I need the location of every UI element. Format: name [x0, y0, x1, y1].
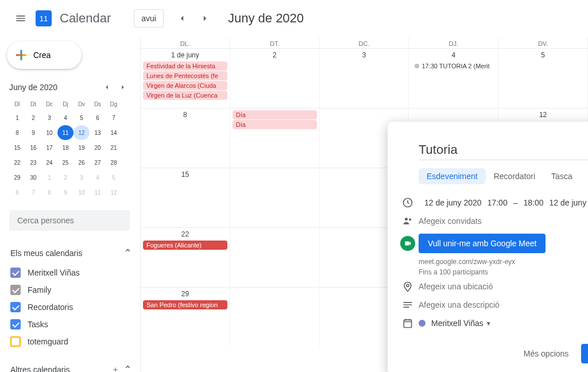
mini-day-cell[interactable]: 1 — [41, 170, 57, 185]
mini-day-cell[interactable]: 7 — [106, 110, 122, 125]
calendar-checkbox[interactable] — [10, 268, 21, 278]
mini-day-cell[interactable]: 10 — [41, 125, 57, 140]
day-cell[interactable]: 8 — [141, 108, 230, 168]
add-location-input[interactable]: Afegeix una ubicació — [388, 277, 588, 296]
event-chip[interactable]: San Pedro (festivo region — [143, 300, 227, 309]
event-title-input[interactable]: Tutoria — [419, 142, 588, 160]
day-cell[interactable] — [230, 228, 320, 287]
day-cell[interactable]: 29San Pedro (festivo region — [141, 288, 230, 347]
event-chip[interactable]: Virgen de Alarcos (Ciuda — [143, 81, 227, 90]
calendar-list-item[interactable]: totemguard — [10, 333, 140, 350]
dropdown-icon: ▼ — [486, 320, 492, 327]
mini-day-cell[interactable]: 3 — [74, 170, 90, 185]
mini-day-cell[interactable]: 9 — [25, 125, 41, 140]
mini-day-cell[interactable]: 1 — [9, 110, 25, 125]
mini-day-cell[interactable]: 20 — [90, 140, 106, 155]
event-type-tab[interactable]: Tasca — [543, 168, 581, 184]
event-chip[interactable]: Lunes de Pentecostés (fe — [143, 71, 227, 80]
event-chip[interactable]: 17:30 TUTORIA 2 (Merit — [411, 61, 496, 71]
event-chip[interactable]: Virgen de la Luz (Cuenca — [143, 91, 227, 100]
mini-next-button[interactable] — [115, 79, 131, 95]
prev-period-button[interactable] — [171, 7, 194, 30]
mini-day-cell[interactable]: 16 — [25, 140, 41, 155]
mini-day-cell[interactable]: 3 — [41, 110, 57, 125]
event-time-row[interactable]: 12 de juny 2020 17:00 – 18:00 12 de juny… — [388, 193, 588, 212]
day-cell[interactable]: 5 — [498, 49, 588, 108]
mini-day-cell[interactable]: 23 — [25, 155, 41, 170]
my-calendars-toggle[interactable]: Els meus calendaris ⌃ — [7, 245, 140, 262]
calendar-selector[interactable]: Meritxell Viñas ▼ — [388, 314, 588, 332]
mini-day-cell[interactable]: 2 — [25, 110, 41, 125]
mini-day-cell[interactable]: 6 — [90, 110, 106, 125]
mini-day-cell[interactable]: 10 — [74, 185, 90, 200]
mini-day-cell[interactable]: 19 — [74, 140, 90, 155]
calendar-list-item[interactable]: Family — [10, 281, 140, 299]
mini-day-cell[interactable]: 30 — [25, 170, 41, 185]
day-number: 12 — [500, 111, 586, 119]
main-menu-icon[interactable] — [9, 7, 32, 30]
event-type-tab[interactable]: Esdeveniment — [419, 168, 486, 184]
day-cell[interactable]: 2 — [230, 49, 320, 108]
join-meet-button[interactable]: Vull unir-me amb Google Meet — [419, 234, 546, 253]
event-chip[interactable]: Fogueres (Alicante) — [143, 241, 227, 250]
search-people-input[interactable] — [9, 210, 130, 231]
day-cell[interactable]: DíaDía — [230, 108, 320, 168]
event-type-tab[interactable]: Recordatori — [486, 168, 543, 184]
mini-day-cell[interactable]: 29 — [9, 170, 25, 185]
calendar-list-item[interactable]: Recordatoris — [10, 299, 140, 316]
mini-prev-button[interactable] — [99, 79, 115, 95]
add-calendar-button[interactable]: ＋ — [107, 362, 123, 372]
mini-day-cell[interactable]: 5 — [74, 110, 90, 125]
day-cell[interactable]: 22Fogueres (Alicante) — [141, 228, 230, 287]
next-period-button[interactable] — [194, 7, 216, 30]
mini-day-cell[interactable]: 12 — [106, 185, 122, 200]
mini-day-cell[interactable]: 26 — [74, 155, 90, 170]
add-guests-input[interactable]: Afegeix convidats — [388, 212, 588, 230]
mini-day-cell[interactable]: 21 — [106, 140, 122, 155]
more-options-button[interactable]: Més opcions — [524, 349, 569, 358]
mini-day-cell[interactable]: 11 — [90, 185, 106, 200]
mini-day-cell[interactable]: 5 — [106, 170, 122, 185]
calendar-list-item[interactable]: Meritxell Viñas — [10, 264, 140, 281]
mini-day-cell[interactable]: 25 — [57, 155, 74, 170]
day-cell[interactable]: 417:30 TUTORIA 2 (Merit — [409, 49, 498, 108]
mini-day-cell[interactable]: 6 — [9, 185, 25, 200]
mini-day-cell[interactable]: 2 — [57, 170, 74, 185]
event-chip[interactable]: Festividad de la Hiniesta — [143, 61, 227, 71]
mini-day-cell[interactable]: 24 — [41, 155, 57, 170]
day-number: 8 — [142, 111, 229, 119]
calendar-checkbox[interactable] — [10, 302, 21, 312]
mini-day-cell[interactable]: 15 — [9, 140, 25, 155]
day-cell[interactable] — [230, 168, 320, 227]
save-button[interactable]: Desa — [581, 344, 588, 363]
mini-day-cell[interactable]: 7 — [25, 185, 41, 200]
mini-day-cell[interactable]: 12 — [74, 125, 90, 140]
add-description-input[interactable]: Afegeix una descripció — [388, 296, 588, 314]
mini-day-cell[interactable]: 8 — [41, 185, 57, 200]
today-button[interactable]: avui — [134, 9, 164, 28]
mini-day-cell[interactable]: 13 — [90, 125, 106, 140]
mini-day-cell[interactable]: 22 — [9, 155, 25, 170]
event-chip[interactable]: Día — [233, 110, 317, 119]
calendar-checkbox[interactable] — [10, 336, 21, 347]
mini-day-cell[interactable]: 4 — [57, 110, 74, 125]
mini-day-cell[interactable]: 14 — [106, 125, 122, 140]
day-cell[interactable]: 1 de junyFestividad de la HiniestaLunes … — [141, 49, 230, 108]
day-cell[interactable] — [230, 288, 320, 347]
mini-day-cell[interactable]: 17 — [41, 140, 57, 155]
create-button[interactable]: Crea — [7, 41, 82, 69]
mini-day-cell[interactable]: 28 — [106, 155, 122, 170]
mini-day-cell[interactable]: 4 — [90, 170, 106, 185]
mini-day-cell[interactable]: 11 — [57, 125, 74, 140]
mini-day-cell[interactable]: 18 — [57, 140, 74, 155]
event-chip[interactable]: Día — [233, 120, 317, 129]
day-cell[interactable]: 3 — [320, 49, 409, 108]
mini-day-cell[interactable]: 9 — [57, 185, 74, 200]
calendar-checkbox[interactable] — [10, 319, 21, 330]
copy-link-button[interactable] — [584, 234, 588, 253]
calendar-checkbox[interactable] — [10, 285, 21, 295]
mini-day-cell[interactable]: 27 — [90, 155, 106, 170]
mini-day-cell[interactable]: 8 — [9, 125, 25, 140]
day-cell[interactable]: 15 — [141, 168, 230, 227]
calendar-list-item[interactable]: Tasks — [10, 316, 140, 333]
